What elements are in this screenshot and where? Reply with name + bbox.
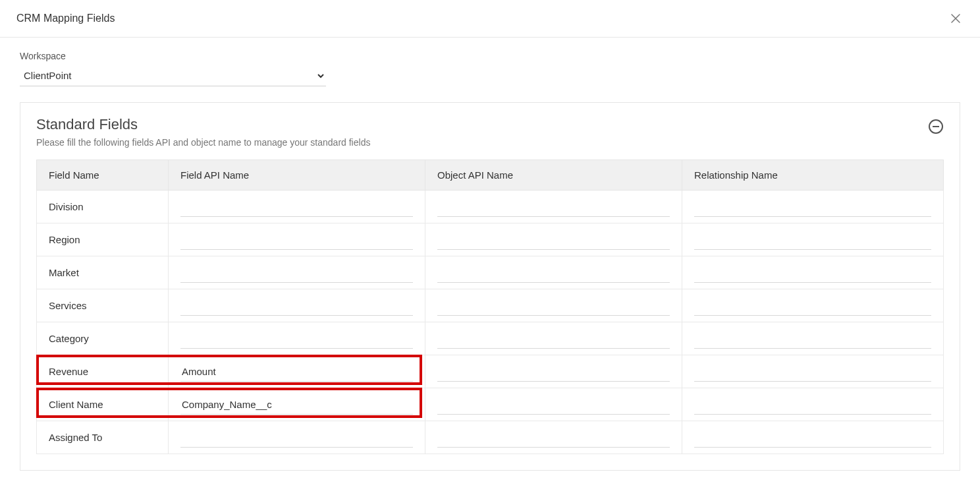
rel-input[interactable] xyxy=(694,362,931,382)
rel-cell xyxy=(682,191,944,223)
rel-cell xyxy=(682,388,944,421)
object-input[interactable] xyxy=(437,263,670,283)
col-object-api: Object API Name xyxy=(425,160,682,191)
object-cell xyxy=(425,355,682,388)
table-row: Market xyxy=(37,256,944,289)
api-input[interactable] xyxy=(180,197,413,217)
col-field-api: Field API Name xyxy=(169,160,425,191)
col-relationship: Relationship Name xyxy=(682,160,944,191)
object-cell xyxy=(425,322,682,355)
rel-cell xyxy=(682,289,944,322)
table-row: Division xyxy=(37,191,944,223)
rel-cell xyxy=(682,256,944,289)
object-input[interactable] xyxy=(437,329,670,349)
object-input[interactable] xyxy=(437,197,670,217)
object-cell xyxy=(425,421,682,454)
api-cell xyxy=(169,223,425,256)
rel-input[interactable] xyxy=(694,329,931,349)
collapse-icon[interactable] xyxy=(928,119,944,134)
rel-input[interactable] xyxy=(694,263,931,283)
field-name-cell: Category xyxy=(37,322,169,355)
api-cell xyxy=(169,191,425,223)
table-row: Revenue xyxy=(37,355,944,388)
object-input[interactable] xyxy=(437,296,670,316)
col-field-name: Field Name xyxy=(37,160,169,191)
rel-input[interactable] xyxy=(694,230,931,250)
table-row: Services xyxy=(37,289,944,322)
workspace-label: Workspace xyxy=(20,51,960,61)
api-input[interactable] xyxy=(180,395,413,415)
rel-cell xyxy=(682,421,944,454)
object-cell xyxy=(425,388,682,421)
object-input[interactable] xyxy=(437,362,670,382)
field-name-cell: Market xyxy=(37,256,169,289)
close-icon[interactable] xyxy=(948,11,964,26)
table-row: Category xyxy=(37,322,944,355)
field-name-cell: Services xyxy=(37,289,169,322)
standard-fields-table: Field Name Field API Name Object API Nam… xyxy=(36,160,944,454)
rel-input[interactable] xyxy=(694,296,931,316)
workspace-select[interactable]: ClientPoint xyxy=(20,65,326,86)
panel-title: Standard Fields xyxy=(36,116,370,133)
api-input[interactable] xyxy=(180,263,413,283)
api-cell xyxy=(169,322,425,355)
field-name-cell: Division xyxy=(37,191,169,223)
api-cell xyxy=(169,289,425,322)
rel-input[interactable] xyxy=(694,395,931,415)
api-input[interactable] xyxy=(180,296,413,316)
object-cell xyxy=(425,191,682,223)
api-input[interactable] xyxy=(180,362,413,382)
table-row: Region xyxy=(37,223,944,256)
field-name-cell: Revenue xyxy=(37,355,169,388)
object-cell xyxy=(425,289,682,322)
api-cell xyxy=(169,256,425,289)
api-cell xyxy=(169,355,425,388)
standard-fields-panel: Standard Fields Please fill the followin… xyxy=(20,102,960,471)
api-cell xyxy=(169,388,425,421)
object-cell xyxy=(425,223,682,256)
rel-cell xyxy=(682,322,944,355)
field-name-cell: Region xyxy=(37,223,169,256)
panel-subtitle: Please fill the following fields API and… xyxy=(36,137,370,148)
object-cell xyxy=(425,256,682,289)
object-input[interactable] xyxy=(437,230,670,250)
dialog-title: CRM Mapping Fields xyxy=(16,13,115,24)
rel-cell xyxy=(682,223,944,256)
api-input[interactable] xyxy=(180,428,413,448)
field-name-cell: Client Name xyxy=(37,388,169,421)
object-input[interactable] xyxy=(437,395,670,415)
api-cell xyxy=(169,421,425,454)
object-input[interactable] xyxy=(437,428,670,448)
rel-input[interactable] xyxy=(694,197,931,217)
rel-input[interactable] xyxy=(694,428,931,448)
dialog-header: CRM Mapping Fields xyxy=(0,0,980,38)
field-name-cell: Assigned To xyxy=(37,421,169,454)
api-input[interactable] xyxy=(180,230,413,250)
table-row: Client Name xyxy=(37,388,944,421)
api-input[interactable] xyxy=(180,329,413,349)
workspace-field: Workspace ClientPoint xyxy=(20,51,960,86)
rel-cell xyxy=(682,355,944,388)
table-row: Assigned To xyxy=(37,421,944,454)
